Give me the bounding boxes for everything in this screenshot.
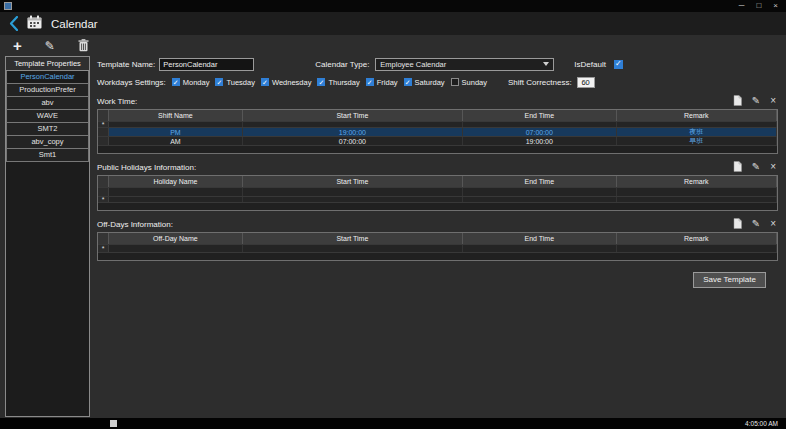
workday-label: Friday: [377, 78, 398, 87]
new-row-placeholder[interactable]: *: [98, 244, 777, 252]
save-template-button[interactable]: Save Template: [693, 272, 766, 288]
shift-correctness-input[interactable]: [577, 77, 595, 88]
checkbox-checked-icon[interactable]: ✓: [261, 78, 269, 86]
column-header[interactable]: Start Time: [243, 233, 463, 244]
column-header[interactable]: Holiday Name: [109, 176, 243, 187]
column-header[interactable]: End Time: [463, 110, 617, 121]
sidebar-item-abv[interactable]: abv: [6, 97, 89, 110]
sidebar-item-wave[interactable]: WAVE: [6, 110, 89, 123]
work-time-section-bar: Work Time: ✎ ×: [97, 94, 778, 106]
maximize-button[interactable]: □: [756, 0, 761, 12]
taskbar[interactable]: 4:05:00 AM: [0, 418, 786, 429]
workday-wednesday[interactable]: ✓ Wednesday: [261, 78, 311, 87]
trash-icon: [78, 39, 89, 52]
table-row[interactable]: AM 07:00:00 19:00:00 早班: [98, 136, 777, 145]
new-row-placeholder[interactable]: *: [98, 121, 777, 127]
table-row[interactable]: PM 19:00:00 07:00:00 夜班: [98, 127, 777, 136]
clear-icon[interactable]: ×: [770, 219, 776, 229]
work-time-actions: ✎ ×: [733, 95, 778, 106]
remark-cell[interactable]: 早班: [617, 137, 777, 145]
checkbox-checked-icon[interactable]: ✓: [215, 78, 223, 86]
table-empty-area: [98, 145, 777, 153]
close-button[interactable]: ×: [773, 0, 778, 12]
public-holidays-table: Holiday Name Start Time End Time Remark …: [97, 175, 778, 211]
new-row-placeholder[interactable]: *: [98, 196, 777, 202]
page-title: Calendar: [51, 18, 98, 30]
sidebar-item-smt2[interactable]: SMT2: [6, 123, 89, 136]
workday-saturday[interactable]: ✓ Saturday: [404, 78, 445, 87]
column-header[interactable]: End Time: [463, 176, 617, 187]
checkbox-checked-icon[interactable]: ✓: [366, 78, 374, 86]
table-empty-area: [98, 252, 777, 260]
calendar-type-value: Employee Calendar: [380, 60, 446, 69]
table-empty-area: [98, 202, 777, 210]
edit-template-button[interactable]: ✎: [45, 40, 55, 52]
column-header[interactable]: Remark: [617, 233, 777, 244]
clear-icon[interactable]: ×: [770, 96, 776, 106]
workday-sunday[interactable]: Sunday: [451, 78, 487, 87]
back-button[interactable]: [9, 16, 18, 31]
calendar-type-select[interactable]: Employee Calendar: [375, 58, 554, 71]
dropdown-arrow-icon: [543, 62, 549, 66]
checkbox-checked-icon[interactable]: ✓: [172, 78, 180, 86]
workday-friday[interactable]: ✓ Friday: [366, 78, 398, 87]
minimize-button[interactable]: ─: [739, 0, 745, 12]
table-cell: [617, 122, 777, 127]
edit-icon[interactable]: ✎: [752, 96, 760, 106]
remark-cell[interactable]: 夜班: [617, 128, 777, 136]
start-time-cell[interactable]: 19:00:00: [243, 128, 463, 136]
table-cell: [109, 197, 243, 202]
table-cell: [109, 188, 243, 196]
off-days-label: Off-Days Information:: [97, 220, 173, 229]
table-cell: [617, 188, 777, 196]
calendar-type-label: Calendar Type:: [315, 60, 369, 69]
delete-template-button[interactable]: [78, 39, 89, 52]
column-header[interactable]: Remark: [617, 176, 777, 187]
column-header[interactable]: Off-Day Name: [109, 233, 243, 244]
workday-monday[interactable]: ✓ Monday: [172, 78, 210, 87]
workdays-settings-label: Workdays Settings:: [97, 78, 166, 87]
titlebar: ─ □ ×: [0, 0, 786, 12]
toolbar: + ✎: [13, 37, 89, 54]
checkbox-checked-icon[interactable]: ✓: [317, 78, 325, 86]
row-header-gutter: [98, 137, 109, 145]
column-header[interactable]: Shift Name: [109, 110, 243, 121]
sidebar-item-smt1[interactable]: Smt1: [6, 149, 89, 162]
add-template-button[interactable]: +: [13, 38, 22, 53]
public-holidays-label: Public Holidays Information:: [97, 163, 196, 172]
column-header[interactable]: Remark: [617, 110, 777, 121]
shift-name-cell[interactable]: AM: [109, 137, 243, 145]
table-cell: [109, 122, 243, 127]
sidebar-item-personcalendar[interactable]: PersonCalendar: [6, 71, 89, 84]
column-header[interactable]: Start Time: [243, 110, 463, 121]
workday-thursday[interactable]: ✓ Thursday: [317, 78, 359, 87]
column-header[interactable]: Start Time: [243, 176, 463, 187]
checkbox-checked-icon[interactable]: ✓: [404, 78, 412, 86]
export-icon[interactable]: [733, 161, 742, 172]
template-name-input[interactable]: [159, 58, 254, 71]
template-name-label: Template Name:: [97, 60, 155, 69]
app-icon: [4, 2, 12, 10]
workday-label: Tuesday: [226, 78, 255, 87]
edit-icon[interactable]: ✎: [752, 219, 760, 229]
shift-correctness-label: Shift Correctness:: [508, 78, 572, 87]
start-time-cell[interactable]: 07:00:00: [243, 137, 463, 145]
end-time-cell[interactable]: 19:00:00: [463, 137, 617, 145]
sidebar-item-productionprefer[interactable]: ProductionPrefer: [6, 84, 89, 97]
isdefault-checkbox[interactable]: ✓: [614, 60, 623, 69]
shift-name-cell[interactable]: PM: [109, 128, 243, 136]
template-sidebar: Template Properties PersonCalendar Produ…: [5, 56, 90, 417]
end-time-cell[interactable]: 07:00:00: [463, 128, 617, 136]
workday-tuesday[interactable]: ✓ Tuesday: [215, 78, 255, 87]
workday-label: Wednesday: [272, 78, 311, 87]
column-header[interactable]: End Time: [463, 233, 617, 244]
sidebar-item-abv-copy[interactable]: abv_copy: [6, 136, 89, 149]
clear-icon[interactable]: ×: [770, 162, 776, 172]
table-row[interactable]: [98, 187, 777, 196]
workday-label: Thursday: [328, 78, 359, 87]
checkbox-unchecked-icon[interactable]: [451, 78, 459, 86]
edit-icon[interactable]: ✎: [752, 162, 760, 172]
export-icon[interactable]: [733, 218, 742, 229]
export-icon[interactable]: [733, 95, 742, 106]
taskbar-app-icon[interactable]: [110, 420, 117, 427]
